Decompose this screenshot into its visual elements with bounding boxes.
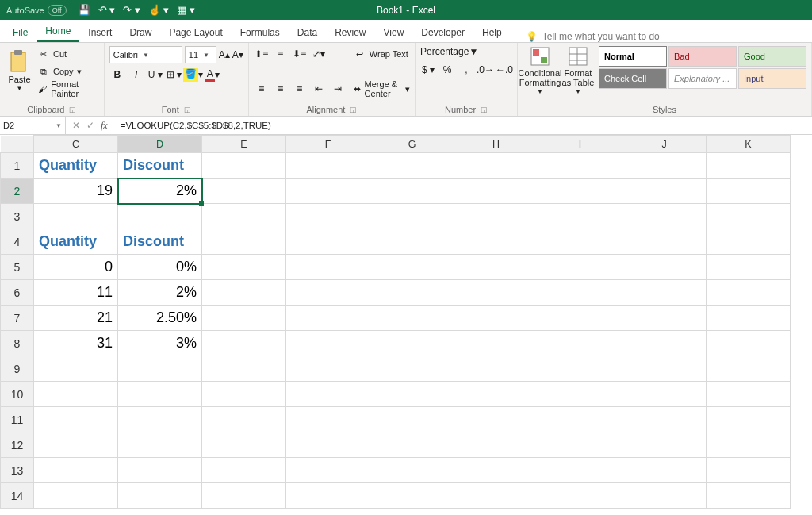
cell-E12[interactable] xyxy=(202,432,286,458)
decrease-font-icon[interactable]: A▾ xyxy=(232,49,243,60)
accounting-format-icon[interactable]: $ ▾ xyxy=(420,62,436,78)
format-as-table-button[interactable]: Format as Table▼ xyxy=(561,46,596,97)
cell-G4[interactable] xyxy=(370,229,454,255)
dialog-launcher-icon[interactable]: ◱ xyxy=(184,106,191,113)
tab-data[interactable]: Data xyxy=(289,22,325,42)
merge-center-button[interactable]: ⬌Merge & Center ▾ xyxy=(354,81,410,97)
cell-E9[interactable] xyxy=(202,356,286,382)
fx-icon[interactable]: fx xyxy=(101,120,108,132)
row-header-4[interactable]: 4 xyxy=(1,229,34,255)
cell-F6[interactable] xyxy=(286,280,370,306)
align-middle-icon[interactable]: ≡ xyxy=(273,46,289,62)
cell-H12[interactable] xyxy=(454,432,538,458)
cell-H4[interactable] xyxy=(454,229,538,255)
row-header-14[interactable]: 14 xyxy=(1,483,34,509)
align-bottom-icon[interactable]: ⬇≡ xyxy=(292,46,308,62)
cell-E3[interactable] xyxy=(202,204,286,229)
number-format-combo[interactable]: Percentage▼ xyxy=(420,46,503,57)
cell-F3[interactable] xyxy=(286,204,370,229)
tab-insert[interactable]: Insert xyxy=(80,22,120,42)
decrease-indent-icon[interactable]: ⇤ xyxy=(311,81,327,97)
cell-I2[interactable] xyxy=(538,179,622,204)
formula-input[interactable]: =VLOOKUP(C2,$C$5:$D$8,2,TRUE) xyxy=(114,121,812,130)
cell-J1[interactable] xyxy=(622,153,707,179)
font-size-combo[interactable]: 11▼ xyxy=(185,46,216,63)
cell-D7[interactable]: 2.50% xyxy=(118,306,202,331)
cell-I8[interactable] xyxy=(538,331,622,356)
font-name-combo[interactable]: Calibri▼ xyxy=(109,46,182,63)
wrap-text-button[interactable]: ↩Wrap Text xyxy=(354,46,410,62)
cell-F2[interactable] xyxy=(286,179,370,204)
customize-icon[interactable]: ▦ ▾ xyxy=(177,4,195,16)
row-header-3[interactable]: 3 xyxy=(1,204,34,229)
cell-style-normal[interactable]: Normal xyxy=(599,46,667,67)
cell-H11[interactable] xyxy=(454,407,538,432)
col-header-C[interactable]: C xyxy=(34,136,118,153)
decrease-decimal-icon[interactable]: ←.0 xyxy=(496,62,512,78)
cell-C2[interactable]: 19 xyxy=(34,179,118,204)
cell-K14[interactable] xyxy=(707,483,791,509)
cell-H13[interactable] xyxy=(454,458,538,483)
cell-E11[interactable] xyxy=(202,407,286,432)
cell-F8[interactable] xyxy=(286,331,370,356)
row-header-7[interactable]: 7 xyxy=(1,306,34,331)
cell-I3[interactable] xyxy=(538,204,622,229)
cell-G3[interactable] xyxy=(370,204,454,229)
align-top-icon[interactable]: ⬆≡ xyxy=(254,46,270,62)
cell-J11[interactable] xyxy=(622,407,707,432)
cell-style-input[interactable]: Input xyxy=(738,68,806,89)
row-header-5[interactable]: 5 xyxy=(1,255,34,280)
save-icon[interactable]: 💾 xyxy=(78,4,90,16)
cell-C6[interactable]: 11 xyxy=(34,280,118,306)
cell-D9[interactable] xyxy=(118,356,202,382)
cell-K12[interactable] xyxy=(707,432,791,458)
tab-draw[interactable]: Draw xyxy=(121,22,159,42)
redo-icon[interactable]: ↷ ▾ xyxy=(123,4,140,16)
cell-J14[interactable] xyxy=(622,483,707,509)
cell-F5[interactable] xyxy=(286,255,370,280)
cell-H14[interactable] xyxy=(454,483,538,509)
cell-J5[interactable] xyxy=(622,255,707,280)
cell-F11[interactable] xyxy=(286,407,370,432)
align-left-icon[interactable]: ≡ xyxy=(254,81,270,97)
tab-review[interactable]: Review xyxy=(327,22,373,42)
cell-C13[interactable] xyxy=(34,458,118,483)
tell-me-search[interactable]: 💡Tell me what you want to do xyxy=(526,31,660,42)
cell-E7[interactable] xyxy=(202,306,286,331)
font-color-button[interactable]: A▾ xyxy=(205,67,220,83)
row-header-1[interactable]: 1 xyxy=(1,153,34,179)
cell-D6[interactable]: 2% xyxy=(118,280,202,306)
cell-E14[interactable] xyxy=(202,483,286,509)
tab-help[interactable]: Help xyxy=(474,22,510,42)
cell-C4[interactable]: Quantity xyxy=(34,229,118,255)
cell-K2[interactable] xyxy=(707,179,791,204)
enter-formula-icon[interactable]: ✓ xyxy=(86,120,94,131)
italic-button[interactable]: I xyxy=(128,67,144,83)
cell-H9[interactable] xyxy=(454,356,538,382)
cell-J4[interactable] xyxy=(622,229,707,255)
cell-G11[interactable] xyxy=(370,407,454,432)
col-header-E[interactable]: E xyxy=(202,136,286,153)
cancel-formula-icon[interactable]: ✕ xyxy=(72,120,80,131)
conditional-formatting-button[interactable]: Conditional Formatting▼ xyxy=(523,46,557,97)
cell-I11[interactable] xyxy=(538,407,622,432)
cell-E4[interactable] xyxy=(202,229,286,255)
tab-home[interactable]: Home xyxy=(37,21,79,42)
cell-C8[interactable]: 31 xyxy=(34,331,118,356)
cell-K7[interactable] xyxy=(707,306,791,331)
row-header-13[interactable]: 13 xyxy=(1,458,34,483)
cell-F10[interactable] xyxy=(286,382,370,407)
cell-K10[interactable] xyxy=(707,382,791,407)
cell-J12[interactable] xyxy=(622,432,707,458)
cell-G6[interactable] xyxy=(370,280,454,306)
increase-font-icon[interactable]: A▴ xyxy=(219,49,230,60)
cell-C14[interactable] xyxy=(34,483,118,509)
cell-J3[interactable] xyxy=(622,204,707,229)
cell-C1[interactable]: Quantity xyxy=(34,153,118,179)
cell-I12[interactable] xyxy=(538,432,622,458)
format-painter-button[interactable]: 🖌Format Painter xyxy=(37,81,99,97)
cell-G8[interactable] xyxy=(370,331,454,356)
col-header-F[interactable]: F xyxy=(286,136,370,153)
borders-button[interactable]: ⊞ ▾ xyxy=(167,67,182,83)
cell-style-bad[interactable]: Bad xyxy=(668,46,737,67)
